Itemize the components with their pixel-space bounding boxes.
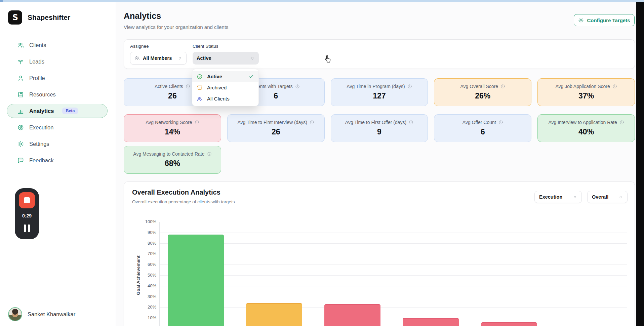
stat-card-value: 127 — [331, 91, 428, 100]
main-content: Analytics View analytics for your organi… — [116, 2, 636, 326]
gridline — [159, 254, 627, 254]
archive-icon — [197, 85, 203, 91]
user-name: Sanket Khanwalkar — [28, 311, 75, 318]
info-icon[interactable] — [409, 120, 413, 125]
target-icon — [17, 124, 24, 131]
y-tick-label: 20% — [137, 304, 156, 310]
gridline — [159, 286, 627, 286]
y-tick-label: 90% — [137, 230, 156, 235]
chevron-updown-icon — [250, 56, 255, 60]
sidebar-item-label: Clients — [29, 42, 46, 48]
y-axis-line — [159, 222, 160, 326]
stat-card-avg-time-first-offer: Avg Time to First Offer (days) 9 — [331, 114, 428, 142]
y-tick-label: 100% — [137, 219, 156, 224]
chart-bar[interactable] — [481, 322, 537, 326]
sidebar-item-label: Leads — [29, 58, 44, 65]
client-status-select[interactable]: Active — [193, 52, 259, 65]
client-status-dropdown: Active Archived All Clients — [192, 69, 259, 106]
chart-bar[interactable] — [168, 235, 224, 326]
info-icon[interactable] — [612, 84, 617, 89]
info-icon[interactable] — [295, 84, 300, 89]
info-icon[interactable] — [500, 84, 505, 89]
dropdown-option-archived[interactable]: Archived — [192, 82, 258, 93]
client-status-value: Active — [197, 55, 211, 61]
gridline — [159, 233, 627, 233]
y-tick-label: 50% — [137, 273, 156, 278]
info-icon[interactable] — [407, 84, 412, 89]
stat-card-value: 14% — [124, 127, 221, 136]
stat-card-label: Avg Networking Score — [146, 120, 192, 125]
stat-card-avg-messaging-to-contacted: Avg Messaging to Contacted Rate 68% — [124, 146, 221, 174]
gridline — [159, 318, 627, 318]
info-icon[interactable] — [186, 84, 190, 89]
sidebar-item-profile[interactable]: Profile — [7, 71, 108, 85]
assignee-value: All Members — [143, 55, 172, 61]
gridline — [159, 275, 627, 276]
info-icon[interactable] — [498, 120, 503, 125]
gridline — [159, 243, 627, 244]
info-icon[interactable] — [619, 120, 624, 125]
y-tick-label: 40% — [137, 283, 156, 288]
stop-recording-button[interactable] — [19, 192, 35, 208]
configure-targets-button[interactable]: Configure Targets — [574, 14, 635, 26]
book-icon — [17, 91, 24, 98]
beta-badge: Beta — [62, 108, 78, 114]
pause-icon — [28, 225, 30, 232]
sidebar-item-analytics[interactable]: Analytics Beta — [7, 104, 108, 118]
pause-icon — [24, 225, 26, 232]
sidebar-item-feedback[interactable]: Feedback — [7, 153, 108, 167]
sidebar-item-leads[interactable]: Leads — [7, 54, 108, 69]
stat-card-value: 68% — [124, 159, 221, 168]
browser-progress-strip — [0, 0, 644, 2]
y-tick-label: 30% — [137, 294, 156, 299]
stat-card-label: Active Clients — [155, 84, 183, 89]
sidebar-item-label: Feedback — [29, 157, 53, 164]
gridline — [159, 297, 627, 297]
sidebar-item-clients[interactable]: Clients — [7, 38, 108, 52]
dropdown-option-label: All Clients — [207, 96, 230, 101]
execution-analytics-card: Overall Execution Analytics Overall exec… — [124, 181, 635, 326]
screen-edge-strip — [636, 2, 644, 326]
stat-card-value: 6 — [434, 127, 531, 136]
chart-bar[interactable] — [403, 318, 459, 326]
sidebar-item-settings[interactable]: Settings — [7, 137, 108, 151]
app-name: Shapeshifter — [28, 13, 70, 22]
page-title: Analytics — [124, 11, 161, 21]
check-icon — [248, 74, 254, 79]
dropdown-option-all-clients[interactable]: All Clients — [192, 93, 258, 104]
screen-recorder-widget: 0:29 — [15, 188, 39, 239]
sidebar-item-execution[interactable]: Execution — [7, 120, 108, 134]
gridline — [159, 307, 627, 308]
circle-check-icon — [197, 74, 203, 80]
stat-card-avg-time-first-interview: Avg Time to First Interview (days) 26 — [227, 114, 325, 142]
stat-cards-row-2: Avg Networking Score 14% Avg Time to Fir… — [124, 114, 635, 142]
user-profile[interactable]: Sanket Khanwalkar — [8, 307, 75, 321]
y-tick-label: 80% — [137, 241, 156, 246]
sidebar: S Shapeshifter Clients Leads Profile Res… — [0, 2, 115, 326]
stat-card-value: 26% — [434, 91, 531, 100]
info-icon[interactable] — [207, 152, 212, 156]
info-icon[interactable] — [195, 120, 199, 125]
gridline — [159, 222, 627, 222]
assignee-label: Assignee — [130, 44, 149, 49]
info-icon[interactable] — [310, 120, 314, 125]
logo-glyph: S — [12, 13, 18, 22]
chat-icon — [17, 157, 24, 164]
assignee-select[interactable]: All Members — [130, 52, 187, 65]
user-icon — [17, 75, 24, 82]
y-tick-label: 60% — [137, 262, 156, 267]
chart-bar[interactable] — [246, 303, 302, 326]
sidebar-nav: Clients Leads Profile Resources Analytic… — [0, 38, 115, 167]
stat-card-avg-overall-score: Avg Overall Score 26% — [434, 78, 531, 106]
sidebar-item-resources[interactable]: Resources — [7, 87, 108, 101]
users-icon — [134, 55, 140, 61]
chart-bar[interactable] — [324, 304, 380, 326]
sprout-icon — [17, 58, 24, 65]
recording-timer: 0:29 — [22, 213, 32, 218]
stat-card-label: Avg Time to First Interview (days) — [237, 120, 307, 125]
pause-recording-button[interactable] — [24, 225, 30, 232]
dropdown-option-active[interactable]: Active — [192, 71, 258, 82]
stat-card-label: Avg Time to First Offer (days) — [345, 120, 406, 125]
users-icon — [17, 42, 24, 49]
dropdown-option-label: Active — [207, 74, 222, 79]
